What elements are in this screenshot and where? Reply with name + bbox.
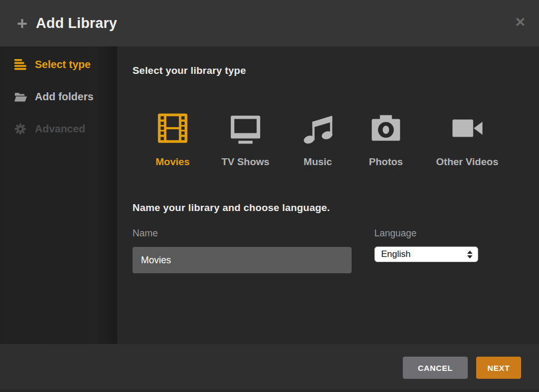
library-name-input[interactable] (133, 247, 352, 273)
select-type-panel: Select your library type (117, 46, 539, 344)
library-type-label: Other Videos (436, 156, 498, 168)
plus-icon: + (15, 14, 30, 32)
sidebar-item-advanced[interactable]: Advanced (0, 113, 117, 145)
library-type-label: Movies (156, 156, 190, 168)
library-type-movies[interactable]: Movies (136, 110, 210, 168)
sidebar-item-label: Add folders (35, 91, 93, 103)
sidebar-item-select-type[interactable]: Select type (0, 49, 117, 81)
film-strip-icon (155, 110, 191, 147)
language-select[interactable]: English (374, 246, 478, 262)
list-lines-icon (14, 59, 28, 70)
cancel-button[interactable]: CANCEL (403, 357, 468, 379)
video-camera-icon (449, 110, 485, 147)
library-type-heading: Select your library type (133, 65, 246, 77)
next-button[interactable]: NEXT (476, 357, 521, 379)
library-type-label: TV Shows (222, 156, 270, 168)
gear-icon (14, 123, 28, 135)
sidebar-item-add-folders[interactable]: Add folders (0, 81, 117, 113)
camera-icon (368, 110, 403, 147)
sidebar-item-label: Advanced (35, 123, 86, 135)
language-selected-value: English (375, 249, 467, 260)
library-type-photos[interactable]: Photos (349, 110, 423, 168)
folder-open-icon (14, 92, 28, 102)
dialog-header: + Add Library × (0, 0, 539, 46)
dialog-title: Add Library (36, 15, 117, 32)
wizard-steps-sidebar: Select type Add folders (0, 46, 117, 344)
library-type-label: Music (304, 156, 332, 168)
name-field-label: Name (133, 228, 158, 239)
tv-icon (228, 110, 263, 147)
music-note-icon (300, 110, 335, 147)
select-stepper-icon (467, 251, 472, 259)
library-name-heading: Name your library and choose language. (133, 202, 330, 214)
library-type-music[interactable]: Music (281, 110, 355, 168)
sidebar-item-label: Select type (35, 59, 91, 71)
library-type-other-videos[interactable]: Other Videos (430, 110, 504, 168)
language-field-label: Language (374, 228, 417, 239)
dialog-footer: CANCEL NEXT (0, 344, 539, 392)
library-type-tv-shows[interactable]: TV Shows (209, 110, 282, 168)
add-library-dialog: + Add Library × Select type (0, 0, 539, 392)
close-icon[interactable]: × (515, 13, 525, 31)
library-type-label: Photos (369, 156, 403, 168)
